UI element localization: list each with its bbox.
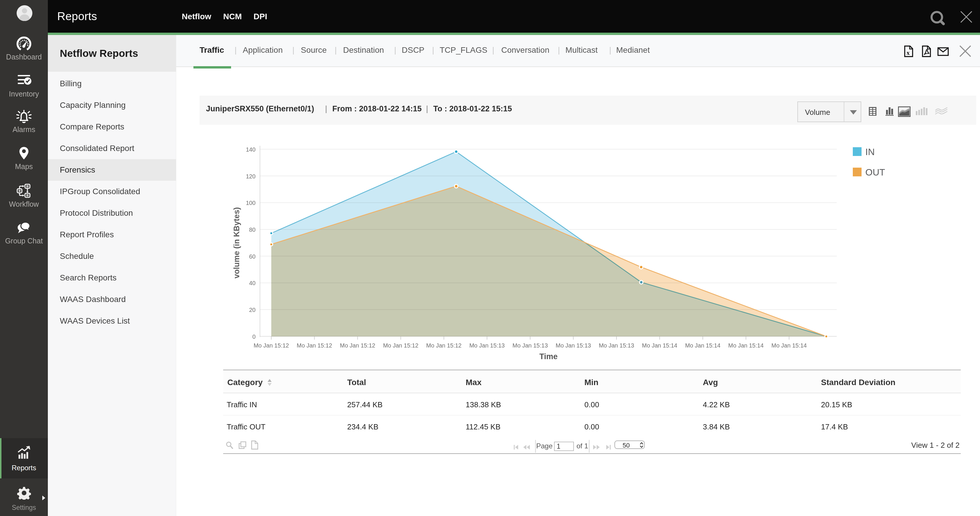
svg-text:100: 100 xyxy=(246,200,256,206)
svg-text:Mo Jan 15:12: Mo Jan 15:12 xyxy=(253,342,289,349)
svg-text:0: 0 xyxy=(252,333,256,340)
svg-text:Mo Jan 15:14: Mo Jan 15:14 xyxy=(642,342,677,349)
svg-text:60: 60 xyxy=(249,253,256,260)
svg-text:volume (in KBytes): volume (in KBytes) xyxy=(232,207,241,279)
svg-text:Mo Jan 15:13: Mo Jan 15:13 xyxy=(555,342,591,349)
svg-text:Mo Jan 15:14: Mo Jan 15:14 xyxy=(685,342,720,349)
svg-text:Mo Jan 15:14: Mo Jan 15:14 xyxy=(772,342,807,349)
svg-text:Mo Jan 15:13: Mo Jan 15:13 xyxy=(469,342,505,349)
svg-text:40: 40 xyxy=(249,280,256,286)
svg-text:Mo Jan 15:12: Mo Jan 15:12 xyxy=(297,342,332,349)
svg-text:x: x xyxy=(907,49,910,56)
svg-text:Time: Time xyxy=(539,352,558,361)
svg-text:20: 20 xyxy=(249,307,256,313)
svg-text:OUT: OUT xyxy=(865,167,885,178)
svg-text:140: 140 xyxy=(246,146,256,153)
svg-text:120: 120 xyxy=(246,173,256,179)
svg-text:Mo Jan 15:14: Mo Jan 15:14 xyxy=(728,342,764,349)
svg-text:Mo Jan 15:12: Mo Jan 15:12 xyxy=(383,342,418,349)
svg-text:Mo Jan 15:12: Mo Jan 15:12 xyxy=(340,342,375,349)
svg-text:Mo Jan 15:13: Mo Jan 15:13 xyxy=(512,342,548,349)
svg-text:IN: IN xyxy=(865,147,875,157)
svg-text:80: 80 xyxy=(249,227,256,233)
svg-text:Mo Jan 15:12: Mo Jan 15:12 xyxy=(426,342,461,349)
svg-text:Mo Jan 15:13: Mo Jan 15:13 xyxy=(599,342,634,349)
